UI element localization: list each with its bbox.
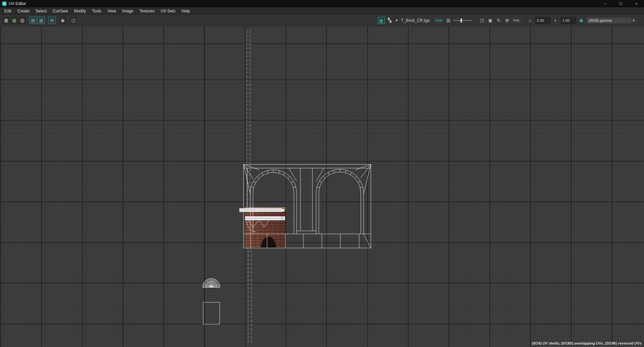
texture-name-label: T_Brick_CR.tga <box>401 18 430 23</box>
v-axis-label: 4.8 <box>246 51 251 54</box>
v-axis-label: -0.6 <box>246 271 252 274</box>
shaded-uvs-icon[interactable]: ▩ <box>11 17 18 24</box>
v-axis-label: -1.1 <box>246 291 252 294</box>
gamma-icon: ◉ <box>578 17 585 24</box>
menu-uv-sets[interactable]: UV Sets <box>158 7 178 15</box>
fan-shell <box>203 279 220 287</box>
menu-modify[interactable]: Modify <box>71 7 89 15</box>
v-axis-label: 4.5 <box>246 63 251 66</box>
v-axis-label: 3.0 <box>246 124 251 127</box>
menu-tools[interactable]: Tools <box>89 7 104 15</box>
v-axis-label: -1.4 <box>246 303 252 306</box>
use-image-ratio-icon[interactable]: ⊠ <box>504 17 510 24</box>
frame-all-icon[interactable]: ◳ <box>478 17 485 24</box>
v-axis-label: 2.8 <box>246 132 251 135</box>
contrast-icon: ◐ <box>552 17 559 24</box>
v-axis-label: -1.2 <box>246 295 252 298</box>
window-controls: ─ ☐ × <box>598 0 644 7</box>
view-transform-dropdown[interactable]: sRGB gamma ▾ <box>586 17 637 24</box>
v-axis-label: 4.0 <box>246 84 251 87</box>
v-axis-label: -2.2 <box>246 336 252 339</box>
maximize-button[interactable]: ☐ <box>613 0 629 7</box>
checker-tiling-icon[interactable]: ▚ <box>386 17 393 24</box>
image-dim-slider[interactable] <box>453 17 472 24</box>
chevron-down-icon: ▾ <box>631 17 636 23</box>
close-button[interactable]: × <box>629 0 644 7</box>
v-axis-label: 1.3 <box>246 193 251 196</box>
brick-texture-tile <box>245 207 286 248</box>
isolate-select-add-icon[interactable]: ▥ <box>38 17 45 24</box>
menu-image[interactable]: Image <box>119 7 136 15</box>
v-axis-label: 4.2 <box>246 76 251 79</box>
toolbar: ▦▩▨▤▥⊞◉◫ ▦ ▚ ▾ T_Brick_CR.tga RGB ▤ ◳ ▣ … <box>0 15 644 26</box>
gamma-field[interactable] <box>561 17 576 24</box>
v-axis-label: 1.4 <box>246 189 251 192</box>
menu-view[interactable]: View <box>104 7 119 15</box>
v-axis-label: 3.9 <box>246 88 251 91</box>
v-axis-label: 1.8 <box>246 173 251 176</box>
v-axis-label: 1.9 <box>246 169 251 172</box>
grid-display-icon[interactable]: ⊞ <box>48 17 55 24</box>
v-axis-label: 2.4 <box>246 149 251 152</box>
v-axis-label: 2.7 <box>246 136 251 139</box>
menu-edit[interactable]: Edit <box>1 7 14 15</box>
v-axis-label: 4.9 <box>246 47 251 50</box>
v-axis-label: 3.5 <box>246 104 251 107</box>
v-axis-label: 2.1 <box>246 161 251 164</box>
texture-dropdown-arrow-icon[interactable]: ▾ <box>395 17 399 24</box>
v-axis-label: 5.2 <box>246 35 251 38</box>
update-psd-icon[interactable]: PSD <box>512 18 520 23</box>
refresh-image-icon[interactable]: ↻ <box>495 17 502 24</box>
slider-handle[interactable] <box>461 18 462 22</box>
pixel-snap-icon[interactable]: ◉ <box>59 17 66 24</box>
texture-image-icon[interactable]: ▤ <box>445 17 452 24</box>
uv-canvas[interactable]: 5.35.25.15.04.94.84.74.64.54.44.34.24.14… <box>0 26 644 347</box>
v-axis-label: 5.1 <box>246 39 251 42</box>
v-axis-label: 2.2 <box>246 157 251 160</box>
separator <box>475 17 475 23</box>
title-bar: M UV Editor ─ ☐ × <box>0 0 644 7</box>
status-bar: (0/24) UV shells, (0/160) overlapping UV… <box>532 341 642 345</box>
v-axis-label: 3.2 <box>246 116 251 119</box>
v-axis-label: 2.6 <box>246 141 251 144</box>
v-axis-label: 2.0 <box>246 165 251 168</box>
menu-select[interactable]: Select <box>33 7 50 15</box>
v-axis-label: 3.3 <box>246 112 251 115</box>
uv-wireframe <box>0 26 644 347</box>
v-axis-label: 3.4 <box>246 108 251 111</box>
frame-selected-icon[interactable]: ▣ <box>487 17 493 24</box>
v-axis-labels: 5.35.25.15.04.94.84.74.64.54.44.34.24.14… <box>0 26 644 347</box>
image-display-icon[interactable]: ▦ <box>378 17 385 24</box>
minimize-button[interactable]: ─ <box>598 0 613 7</box>
exposure-icon: ☼ <box>527 17 533 24</box>
isolate-select-view-icon[interactable]: ▤ <box>30 17 37 24</box>
v-axis-label: -2.3 <box>246 340 252 343</box>
v-axis-label: -1.9 <box>246 324 252 327</box>
v-axis-label: 4.1 <box>246 80 251 83</box>
v-axis-label: -0.2 <box>246 254 252 257</box>
v-axis-label: -0.5 <box>246 267 252 270</box>
right-icon-group: ▦ ▚ ▾ T_Brick_CR.tga RGB ▤ ◳ ▣ ↻ ⊠ PSD ☼… <box>378 17 637 24</box>
menu-create[interactable]: Create <box>14 7 33 15</box>
menu-help[interactable]: Help <box>178 7 193 15</box>
v-axis-label: 4.6 <box>246 59 251 62</box>
v-axis-label: 1.7 <box>246 177 251 180</box>
v-axis-label: -1.7 <box>246 315 252 318</box>
v-axis-label: 3.7 <box>246 96 251 99</box>
exposure-field[interactable] <box>535 17 551 24</box>
uv-snapshot-icon[interactable]: ◫ <box>70 17 77 24</box>
v-axis-label: 1.2 <box>246 197 251 200</box>
v-axis-label: 4.3 <box>246 71 251 74</box>
v-axis-label: -0.7 <box>246 275 252 278</box>
menu-textures[interactable]: Textures <box>136 7 158 15</box>
v-axis-label: -0.1 <box>246 250 252 253</box>
v-axis-label: 2.3 <box>246 153 251 156</box>
v-axis-label: -0.3 <box>246 258 252 261</box>
rgb-channels-icon[interactable]: RGB <box>434 18 443 23</box>
menu-cut-sew[interactable]: Cut/Sew <box>50 7 71 15</box>
window-title: UV Editor <box>9 1 26 6</box>
v-axis-label: -1.0 <box>246 287 252 290</box>
uv-distortion-icon[interactable]: ▦ <box>3 17 10 24</box>
v-axis-label: 1.6 <box>246 181 251 184</box>
texture-borders-icon[interactable]: ▨ <box>19 17 26 24</box>
